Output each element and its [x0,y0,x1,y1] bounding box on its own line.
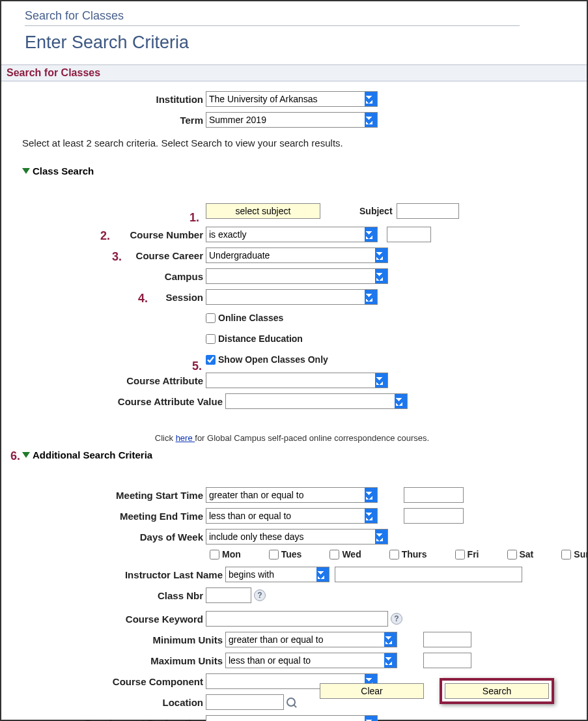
help-icon[interactable]: ? [254,589,266,601]
day-tue-checkbox[interactable] [269,550,279,559]
marker-1: 1. [189,211,199,225]
marker-2: 2. [100,229,110,243]
day-thu-checkbox[interactable] [389,550,399,559]
label-campus: Campus [9,271,206,282]
course-career-select[interactable]: Undergraduate [206,247,388,263]
collapsible-class-search-label: Class Search [33,165,94,177]
search-highlight-box: Search [440,678,554,704]
instructor-input[interactable] [335,567,522,582]
day-sun-label: Sun [574,549,588,559]
chevron-down-icon [22,168,30,174]
day-mon-label: Mon [222,549,241,559]
day-tue-label: Tues [281,549,302,559]
days-row: Mon Tues Wed Thurs Fri Sat Sun [210,549,575,559]
page-frame: Search for Classes Enter Search Criteria… [0,0,588,721]
days-op-select[interactable]: include only these days [206,529,388,544]
subject-input[interactable] [397,203,459,219]
day-wed-checkbox[interactable] [329,550,339,559]
label-meeting-end: Meeting End Time [9,511,206,522]
label-show-open: Show Open Classes Only [218,354,328,365]
distance-education-checkbox[interactable] [206,334,216,344]
meeting-end-input[interactable] [404,508,464,524]
day-sat-label: Sat [520,549,534,559]
select-subject-button[interactable]: select subject [206,203,320,219]
label-max-units: Maximum Units [9,655,225,666]
campus-select[interactable] [206,268,388,284]
day-sat-checkbox[interactable] [507,550,517,559]
day-sun-checkbox[interactable] [561,550,571,559]
collapsible-additional[interactable]: Additional Search Criteria [22,449,575,460]
meeting-start-input[interactable] [404,487,464,503]
top-divider [25,25,520,26]
label-course-number: Course Number [130,229,203,240]
meeting-start-op-select[interactable]: greater than or equal to [206,487,378,503]
course-attribute-select[interactable] [206,373,388,388]
label-course-attribute-value: Course Attribute Value [9,396,225,407]
online-classes-checkbox[interactable] [206,313,216,323]
label-course-career: Course Career [136,250,203,261]
max-units-op-select[interactable]: less than or equal to [225,653,397,668]
class-nbr-input[interactable] [206,587,251,603]
day-fri-label: Fri [468,549,479,559]
global-campus-hint: Click here for Global Campus self-paced … [9,433,575,443]
help-icon[interactable]: ? [391,613,402,625]
meeting-end-op-select[interactable]: less than or equal to [206,508,378,524]
day-thu-label: Thurs [402,549,427,559]
collapsible-additional-label: Additional Search Criteria [33,449,152,460]
label-term: Term [9,115,206,126]
label-days: Days of Week [9,531,206,543]
min-units-op-select[interactable]: greater than or equal to [225,632,397,647]
marker-6: 6. [10,449,20,463]
show-open-checkbox[interactable] [206,355,216,365]
label-req-designation: Requirement Designation [9,718,206,722]
min-units-input[interactable] [423,632,471,647]
page-title: Enter Search Criteria [9,33,575,53]
day-wed-label: Wed [342,549,361,559]
course-attribute-value-select[interactable] [225,393,408,409]
location-input[interactable] [206,694,284,710]
label-course-keyword: Course Keyword [9,614,206,625]
label-course-attribute: Course Attribute [9,375,206,386]
course-number-input[interactable] [387,227,431,242]
label-course-component: Course Component [9,676,206,687]
search-button[interactable]: Search [445,683,549,699]
action-buttons: Clear Search [320,678,554,704]
class-search-form: 1. select subject Subject 2. Course Numb… [9,203,575,410]
label-distance-education: Distance Education [218,333,303,344]
req-designation-select[interactable] [206,715,378,721]
label-min-units: Minimum Units [9,634,225,645]
breadcrumb-search-classes[interactable]: Search for Classes [9,9,575,23]
max-units-input[interactable] [423,653,471,668]
institution-select[interactable]: The University of Arkansas [206,91,378,107]
label-session: Session [165,292,203,303]
course-number-op-select[interactable]: is exactly [206,227,378,242]
label-subject: Subject [359,206,393,216]
term-select[interactable]: Summer 2019 [206,112,378,128]
label-location: Location [9,697,206,708]
label-online-classes: Online Classes [218,313,283,323]
label-institution: Institution [9,94,206,105]
clear-button[interactable]: Clear [320,683,424,699]
label-meeting-start: Meeting Start Time [9,490,206,501]
marker-3: 3. [112,250,122,264]
instruction-text: Select at least 2 search criteria. Selec… [22,137,575,148]
day-mon-checkbox[interactable] [210,550,219,559]
chevron-down-icon [22,452,30,458]
label-instructor: Instructor Last Name [9,569,225,580]
section-header: Search for Classes [1,64,587,81]
session-select[interactable] [206,289,378,305]
course-keyword-input[interactable] [206,611,388,627]
search-icon[interactable] [287,698,296,707]
collapsible-class-search[interactable]: Class Search [22,165,575,177]
label-class-nbr: Class Nbr [9,590,206,601]
marker-5: 5. [192,360,202,373]
day-fri-checkbox[interactable] [455,550,465,559]
global-campus-link[interactable]: here [176,433,195,443]
marker-4: 4. [138,292,148,305]
instructor-op-select[interactable]: begins with [225,567,329,582]
